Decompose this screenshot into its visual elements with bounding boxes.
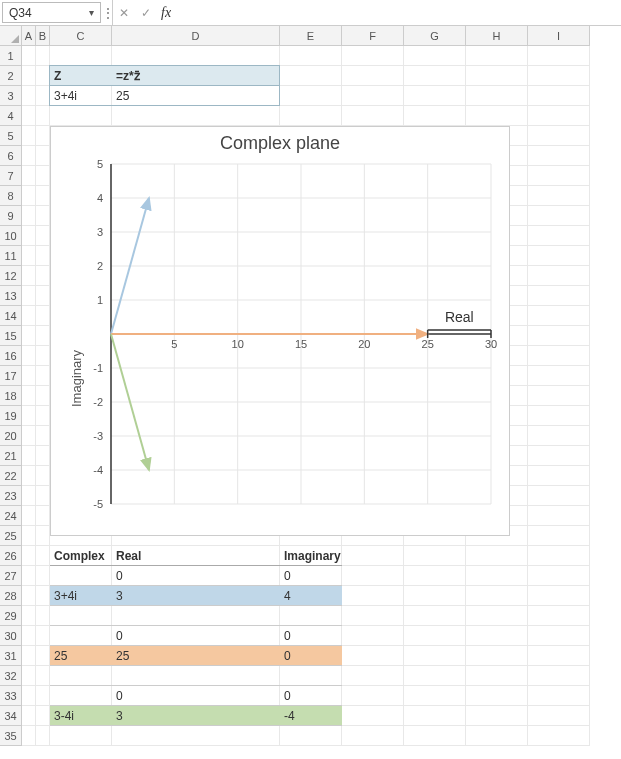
row-header-21[interactable]: 21 xyxy=(0,446,22,466)
column-headers: ABCDEFGHI xyxy=(22,26,590,46)
col-header-I[interactable]: I xyxy=(528,26,590,46)
svg-text:-1: -1 xyxy=(93,362,103,374)
col-header-A[interactable]: A xyxy=(22,26,36,46)
row-header-11[interactable]: 11 xyxy=(0,246,22,266)
accept-icon[interactable]: ✓ xyxy=(135,0,157,25)
svg-text:20: 20 xyxy=(358,338,370,350)
chart-svg: 51015202530-5-4-3-2-112345Real xyxy=(51,154,511,534)
row-header-8[interactable]: 8 xyxy=(0,186,22,206)
name-box[interactable]: Q34 ▾ xyxy=(2,2,101,23)
chevron-down-icon[interactable]: ▾ xyxy=(89,7,94,18)
row-header-34[interactable]: 34 xyxy=(0,706,22,726)
row-header-25[interactable]: 25 xyxy=(0,526,22,546)
cell-D33[interactable]: 0 xyxy=(112,686,280,706)
col-header-C[interactable]: C xyxy=(50,26,112,46)
fx-icon[interactable]: fx xyxy=(157,0,175,25)
row-header-18[interactable]: 18 xyxy=(0,386,22,406)
cancel-icon[interactable]: ✕ xyxy=(113,0,135,25)
cell-E34[interactable]: -4 xyxy=(280,706,342,726)
cell-C33[interactable] xyxy=(50,686,112,706)
cell-E32[interactable] xyxy=(280,666,342,686)
row-header-10[interactable]: 10 xyxy=(0,226,22,246)
col-header-H[interactable]: H xyxy=(466,26,528,46)
svg-text:5: 5 xyxy=(97,158,103,170)
row-header-17[interactable]: 17 xyxy=(0,366,22,386)
cell-D2[interactable]: =z*z̄ xyxy=(112,66,280,86)
row-header-3[interactable]: 3 xyxy=(0,86,22,106)
row-header-22[interactable]: 22 xyxy=(0,466,22,486)
row-header-20[interactable]: 20 xyxy=(0,426,22,446)
formula-input[interactable] xyxy=(175,0,621,25)
row-header-24[interactable]: 24 xyxy=(0,506,22,526)
cell-C28[interactable]: 3+4i xyxy=(50,586,112,606)
cell-E27[interactable]: 0 xyxy=(280,566,342,586)
svg-text:10: 10 xyxy=(232,338,244,350)
cell-C26[interactable]: Complex xyxy=(50,546,112,566)
svg-text:30: 30 xyxy=(485,338,497,350)
row-header-6[interactable]: 6 xyxy=(0,146,22,166)
row-header-7[interactable]: 7 xyxy=(0,166,22,186)
col-header-G[interactable]: G xyxy=(404,26,466,46)
row-header-15[interactable]: 15 xyxy=(0,326,22,346)
cell-E33[interactable]: 0 xyxy=(280,686,342,706)
row-header-2[interactable]: 2 xyxy=(0,66,22,86)
svg-text:Real: Real xyxy=(445,309,474,325)
row-header-5[interactable]: 5 xyxy=(0,126,22,146)
cell-E28[interactable]: 4 xyxy=(280,586,342,606)
col-header-E[interactable]: E xyxy=(280,26,342,46)
chart-ylabel: Imaginary xyxy=(69,350,84,407)
cell-E31[interactable]: 0 xyxy=(280,646,342,666)
row-header-33[interactable]: 33 xyxy=(0,686,22,706)
row-header-16[interactable]: 16 xyxy=(0,346,22,366)
cell-C3[interactable]: 3+4i xyxy=(50,86,112,106)
row-header-27[interactable]: 27 xyxy=(0,566,22,586)
cell-C29[interactable] xyxy=(50,606,112,626)
col-header-B[interactable]: B xyxy=(36,26,50,46)
cell-C27[interactable] xyxy=(50,566,112,586)
separator: ⋮ xyxy=(103,0,113,25)
cell-E26[interactable]: Imaginary xyxy=(280,546,342,566)
svg-text:-5: -5 xyxy=(93,498,103,510)
col-header-D[interactable]: D xyxy=(112,26,280,46)
row-header-31[interactable]: 31 xyxy=(0,646,22,666)
chart-complex-plane[interactable]: Complex planeImaginary51015202530-5-4-3-… xyxy=(50,126,510,536)
name-box-value: Q34 xyxy=(9,6,32,20)
row-header-35[interactable]: 35 xyxy=(0,726,22,746)
row-header-26[interactable]: 26 xyxy=(0,546,22,566)
cell-C30[interactable] xyxy=(50,626,112,646)
cell-D34[interactable]: 3 xyxy=(112,706,280,726)
cell-C34[interactable]: 3-4i xyxy=(50,706,112,726)
cell-D30[interactable]: 0 xyxy=(112,626,280,646)
row-header-13[interactable]: 13 xyxy=(0,286,22,306)
cell-D31[interactable]: 25 xyxy=(112,646,280,666)
formula-bar: Q34 ▾ ⋮ ✕ ✓ fx xyxy=(0,0,621,26)
cell-D26[interactable]: Real xyxy=(112,546,280,566)
row-header-9[interactable]: 9 xyxy=(0,206,22,226)
svg-text:3: 3 xyxy=(97,226,103,238)
svg-text:2: 2 xyxy=(97,260,103,272)
row-header-12[interactable]: 12 xyxy=(0,266,22,286)
cell-E30[interactable]: 0 xyxy=(280,626,342,646)
row-header-4[interactable]: 4 xyxy=(0,106,22,126)
cell-D3[interactable]: 25 xyxy=(112,86,280,106)
cell-D28[interactable]: 3 xyxy=(112,586,280,606)
row-header-32[interactable]: 32 xyxy=(0,666,22,686)
select-all-corner[interactable] xyxy=(0,26,22,46)
row-header-23[interactable]: 23 xyxy=(0,486,22,506)
cell-C2[interactable]: Z xyxy=(50,66,112,86)
svg-text:4: 4 xyxy=(97,192,103,204)
row-header-30[interactable]: 30 xyxy=(0,626,22,646)
row-header-28[interactable]: 28 xyxy=(0,586,22,606)
cell-D29[interactable] xyxy=(112,606,280,626)
cell-D32[interactable] xyxy=(112,666,280,686)
col-header-F[interactable]: F xyxy=(342,26,404,46)
cell-C32[interactable] xyxy=(50,666,112,686)
row-header-29[interactable]: 29 xyxy=(0,606,22,626)
cell-E29[interactable] xyxy=(280,606,342,626)
cell-D27[interactable]: 0 xyxy=(112,566,280,586)
row-header-19[interactable]: 19 xyxy=(0,406,22,426)
row-header-1[interactable]: 1 xyxy=(0,46,22,66)
cell-C31[interactable]: 25 xyxy=(50,646,112,666)
svg-text:15: 15 xyxy=(295,338,307,350)
row-header-14[interactable]: 14 xyxy=(0,306,22,326)
